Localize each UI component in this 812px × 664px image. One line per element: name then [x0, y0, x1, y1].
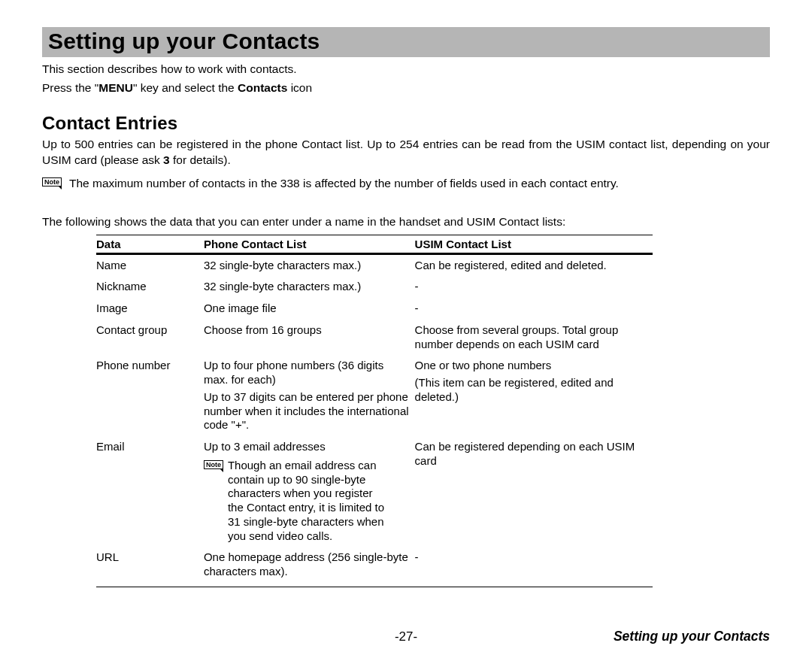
note-text: The maximum number of contacts in the 33…	[69, 176, 770, 192]
cell-phone: One homepage address (256 single-byte ch…	[204, 547, 415, 587]
cell-data: Nickname	[96, 276, 204, 298]
page-title-bar: Setting up your Contacts	[42, 27, 770, 57]
cell-phone: 32 single-byte characters max.)	[204, 276, 415, 298]
cell-usim: -	[415, 276, 653, 298]
manual-page: Setting up your Contacts This section de…	[0, 0, 812, 664]
instruction-mid: " key and select the	[133, 81, 238, 94]
cell-data: Contact group	[96, 320, 204, 356]
table-header-row: Data Phone Contact List USIM Contact Lis…	[96, 235, 653, 253]
cell-usim-extra: (This item can be registered, edited and…	[415, 376, 647, 405]
instruction-menu: MENU	[98, 81, 133, 94]
table-row: Email Up to 3 email addresses Note Thoug…	[96, 436, 653, 547]
capacity-bold: 3	[163, 153, 170, 166]
cell-data: Name	[96, 253, 204, 276]
cell-usim: Can be registered, edited and deleted.	[415, 253, 653, 276]
cell-phone-extra: Up to 37 digits can be entered per phone…	[204, 390, 409, 432]
cell-data: Image	[96, 298, 204, 320]
note-icon: Note	[204, 460, 223, 469]
table-row: Contact group Choose from 16 groups Choo…	[96, 320, 653, 356]
section-heading: Contact Entries	[42, 113, 770, 134]
table-row: Image One image file -	[96, 298, 653, 320]
table-row: Name 32 single-byte characters max.) Can…	[96, 253, 653, 276]
cell-usim: Choose from several groups. Total group …	[415, 320, 653, 356]
table-row: Phone number Up to four phone numbers (3…	[96, 355, 653, 436]
cell-usim: One or two phone numbers (This item can …	[415, 355, 653, 436]
contact-data-table: Data Phone Contact List USIM Contact Lis…	[96, 235, 653, 587]
intro-text: This section describes how to work with …	[42, 62, 770, 77]
instruction-contacts: Contacts	[238, 81, 287, 94]
cell-phone: One image file	[204, 298, 415, 320]
cell-phone: Choose from 16 groups	[204, 320, 415, 356]
note-block: Note The maximum number of contacts in t…	[42, 176, 770, 192]
col-header-phone: Phone Contact List	[204, 235, 415, 253]
note-icon: Note	[42, 177, 62, 186]
instruction-pre: Press the "	[42, 81, 98, 94]
page-footer: -27- Setting up your Contacts	[0, 629, 812, 644]
instruction-post: icon	[287, 81, 312, 94]
table-row: Nickname 32 single-byte characters max.)…	[96, 276, 653, 298]
capacity-post: for details).	[170, 153, 231, 166]
contact-data-table-wrap: Data Phone Contact List USIM Contact Lis…	[96, 235, 653, 587]
col-header-data: Data	[96, 235, 204, 253]
cell-data: URL	[96, 547, 204, 587]
inline-note-text: Though an email address can contain up t…	[228, 459, 389, 544]
cell-phone: Up to four phone numbers (36 digits max.…	[204, 355, 415, 436]
footer-title: Setting up your Contacts	[574, 629, 770, 644]
page-number: -27-	[238, 629, 574, 644]
table-row: URL One homepage address (256 single-byt…	[96, 547, 653, 587]
cell-phone-main: Up to 3 email addresses	[204, 440, 409, 454]
capacity-paragraph: Up to 500 entries can be registered in t…	[42, 137, 770, 168]
cell-usim: -	[415, 298, 653, 320]
inline-note: Note Though an email address can contain…	[204, 459, 409, 544]
cell-phone: 32 single-byte characters max.)	[204, 253, 415, 276]
cell-usim: -	[415, 547, 653, 587]
table-lead-text: The following shows the data that you ca…	[42, 214, 770, 230]
capacity-pre: Up to 500 entries can be registered in t…	[42, 138, 770, 166]
cell-data: Phone number	[96, 355, 204, 436]
cell-data: Email	[96, 436, 204, 547]
cell-phone-main: Up to four phone numbers (36 digits max.…	[204, 359, 409, 387]
cell-usim: Can be registered depending on each USIM…	[415, 436, 653, 547]
instruction-line: Press the "MENU" key and select the Cont…	[42, 80, 770, 96]
col-header-usim: USIM Contact List	[415, 235, 653, 253]
cell-phone: Up to 3 email addresses Note Though an e…	[204, 436, 415, 547]
cell-usim-main: One or two phone numbers	[415, 359, 647, 373]
page-title: Setting up your Contacts	[48, 29, 764, 54]
